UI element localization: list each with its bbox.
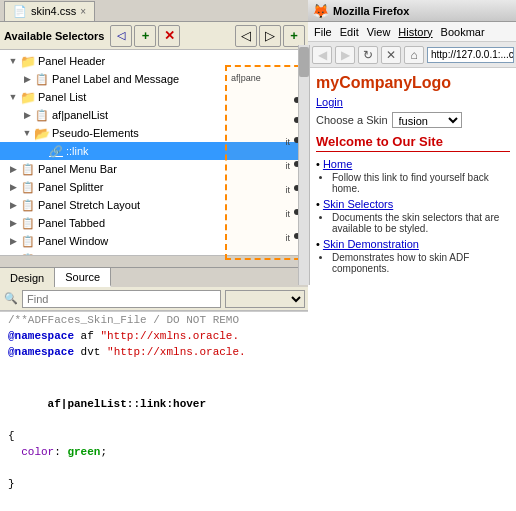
expand-icon[interactable]: ▶ bbox=[6, 182, 20, 192]
design-tab-label: Design bbox=[10, 272, 44, 284]
code-line-9: } bbox=[0, 476, 309, 492]
find-icon: 🔍 bbox=[4, 292, 18, 305]
tree-item-af-panellist[interactable]: ▶ 📋 af|panelList bbox=[0, 106, 309, 124]
code-line-8 bbox=[0, 460, 309, 476]
tree-label: Panel Header bbox=[38, 55, 105, 67]
scrollbar-thumb[interactable] bbox=[299, 47, 309, 77]
tree-item-panel-label[interactable]: ▶ 📋 Panel Label and Message bbox=[0, 70, 309, 88]
code-line-3: @namespace dvt "http://xmlns.oracle. bbox=[0, 344, 309, 360]
content-list: • Home Follow this link to find yourself… bbox=[316, 158, 510, 274]
available-selectors-label: Available Selectors bbox=[4, 30, 104, 42]
menu-file[interactable]: File bbox=[314, 26, 332, 38]
file-icon: 📋 bbox=[20, 197, 36, 213]
code-line-6: { bbox=[0, 428, 309, 444]
menu-bookmarks[interactable]: Bookmar bbox=[441, 26, 485, 38]
file-tab[interactable]: 📄 skin4.css × bbox=[4, 1, 95, 21]
welcome-heading: Welcome to Our Site bbox=[316, 134, 510, 152]
file-icon: 📋 bbox=[20, 215, 36, 231]
nav-right-button[interactable]: ▷ bbox=[259, 25, 281, 47]
vertical-scrollbar[interactable] bbox=[298, 45, 310, 285]
login-link[interactable]: Login bbox=[316, 96, 510, 108]
skin-selectors-sublist: Documents the skin selectors that are av… bbox=[316, 212, 510, 234]
tree-label: Pseudo-Elements bbox=[52, 127, 139, 139]
tree-item-panel-list[interactable]: ▼ 📁 Panel List bbox=[0, 88, 309, 106]
tree-label: Panel Label and Message bbox=[52, 73, 179, 85]
nav-left2-button[interactable]: ◁ bbox=[235, 25, 257, 47]
skin-select[interactable]: fusion bbox=[392, 112, 462, 128]
code-toolbar: 🔍 bbox=[0, 287, 309, 311]
tree-item-pseudo-elements[interactable]: ▼ 📂 Pseudo-Elements bbox=[0, 124, 309, 142]
find-dropdown[interactable] bbox=[225, 290, 305, 308]
firefox-nav: ◀ ▶ ↻ ✕ ⌂ http://127.0.0.1:...ct=4146607 bbox=[308, 42, 516, 68]
tree-label: Panel Window bbox=[38, 235, 108, 247]
skin-selectors-link[interactable]: Skin Selectors bbox=[323, 198, 393, 210]
file-icon: 📋 bbox=[34, 107, 50, 123]
firefox-titlebar: 🦊 Mozilla Firefox bbox=[308, 0, 516, 22]
code-line-7: color: green; bbox=[0, 444, 309, 460]
find-input[interactable] bbox=[27, 293, 216, 305]
company-logo: myCompanyLogo bbox=[316, 74, 510, 92]
expand-icon[interactable]: ▶ bbox=[6, 200, 20, 210]
expand-icon[interactable]: ▶ bbox=[20, 74, 34, 84]
add2-button[interactable]: + bbox=[283, 25, 305, 47]
address-bar[interactable]: http://127.0.0.1:...ct=4146607 bbox=[427, 47, 514, 63]
skin-selectors-sub-item: Documents the skin selectors that are av… bbox=[332, 212, 510, 234]
expand-icon[interactable]: ▶ bbox=[6, 218, 20, 228]
code-area[interactable]: /**ADFFaces_Skin_File / DO NOT REMO @nam… bbox=[0, 311, 309, 511]
add-selector-button[interactable]: + bbox=[134, 25, 156, 47]
left-panel: 📄 skin4.css × Available Selectors ◁ + ✕ … bbox=[0, 0, 310, 511]
home-button[interactable]: ⌂ bbox=[404, 46, 424, 64]
expand-icon[interactable]: ▶ bbox=[20, 110, 34, 120]
tree-item-panel-window[interactable]: ▶ 📋 Panel Window bbox=[0, 232, 309, 250]
firefox-menubar: File Edit View History Bookmar bbox=[308, 22, 516, 42]
menu-history[interactable]: History bbox=[398, 26, 432, 38]
tab-design[interactable]: Design bbox=[0, 268, 55, 287]
skin-demo-link[interactable]: Skin Demonstration bbox=[323, 238, 419, 250]
firefox-window: 🦊 Mozilla Firefox File Edit View History… bbox=[308, 0, 516, 511]
reload-button[interactable]: ↻ bbox=[358, 46, 378, 64]
home-sub-item: Follow this link to find yourself back h… bbox=[332, 172, 510, 194]
expand-icon bbox=[34, 146, 48, 156]
bottom-tabs: Design Source bbox=[0, 267, 309, 287]
stop-button[interactable]: ✕ bbox=[381, 46, 401, 64]
expand-icon[interactable]: ▶ bbox=[6, 164, 20, 174]
nav-left-button[interactable]: ◁ bbox=[110, 25, 132, 47]
list-item-skin-demo: • Skin Demonstration Demonstrates how to… bbox=[316, 238, 510, 274]
back-button[interactable]: ◀ bbox=[312, 46, 332, 64]
file-icon: 📋 bbox=[20, 233, 36, 249]
tree-label: Panel Menu Bar bbox=[38, 163, 117, 175]
link-icon: 🔗 bbox=[48, 143, 64, 159]
home-link[interactable]: Home bbox=[323, 158, 352, 170]
tree-item-link[interactable]: 🔗 ::link bbox=[0, 142, 309, 160]
tree-label: Panel Splitter bbox=[38, 181, 103, 193]
tab-close-icon[interactable]: × bbox=[80, 6, 86, 17]
tree-item-panel-splitter[interactable]: ▶ 📋 Panel Splitter bbox=[0, 178, 309, 196]
code-line-1: /**ADFFaces_Skin_File / DO NOT REMO bbox=[0, 312, 309, 328]
remove-selector-button[interactable]: ✕ bbox=[158, 25, 180, 47]
expand-icon[interactable]: ▼ bbox=[6, 92, 20, 102]
expand-icon[interactable]: ▼ bbox=[20, 128, 34, 138]
horizontal-scrollbar[interactable] bbox=[0, 255, 309, 267]
tab-bar: 📄 skin4.css × bbox=[0, 0, 309, 22]
folder-icon: 📁 bbox=[20, 53, 36, 69]
tree-item-panel-menu-bar[interactable]: ▶ 📋 Panel Menu Bar bbox=[0, 160, 309, 178]
find-box[interactable] bbox=[22, 290, 221, 308]
tab-source[interactable]: Source bbox=[55, 268, 111, 287]
file-icon: 📋 bbox=[34, 71, 50, 87]
file-icon: 📋 bbox=[20, 161, 36, 177]
tree-item-panel-header[interactable]: ▼ 📁 Panel Header bbox=[0, 52, 309, 70]
tree-item-panel-stretch-layout[interactable]: ▶ 📋 Panel Stretch Layout bbox=[0, 196, 309, 214]
firefox-icon: 🦊 bbox=[312, 3, 329, 19]
tree-label: Panel Tabbed bbox=[38, 217, 105, 229]
code-line-2: @namespace af "http://xmlns.oracle. bbox=[0, 328, 309, 344]
tree-label: Panel Stretch Layout bbox=[38, 199, 140, 211]
expand-icon[interactable]: ▼ bbox=[6, 56, 20, 66]
file-icon: 📋 bbox=[20, 179, 36, 195]
folder-icon: 📁 bbox=[20, 89, 36, 105]
expand-icon[interactable]: ▶ bbox=[6, 236, 20, 246]
menu-edit[interactable]: Edit bbox=[340, 26, 359, 38]
tree-item-panel-tabbed[interactable]: ▶ 📋 Panel Tabbed bbox=[0, 214, 309, 232]
selector-tree[interactable]: ▼ 📁 Panel Header ▶ 📋 Panel Label and Mes… bbox=[0, 50, 309, 255]
menu-view[interactable]: View bbox=[367, 26, 391, 38]
forward-button[interactable]: ▶ bbox=[335, 46, 355, 64]
